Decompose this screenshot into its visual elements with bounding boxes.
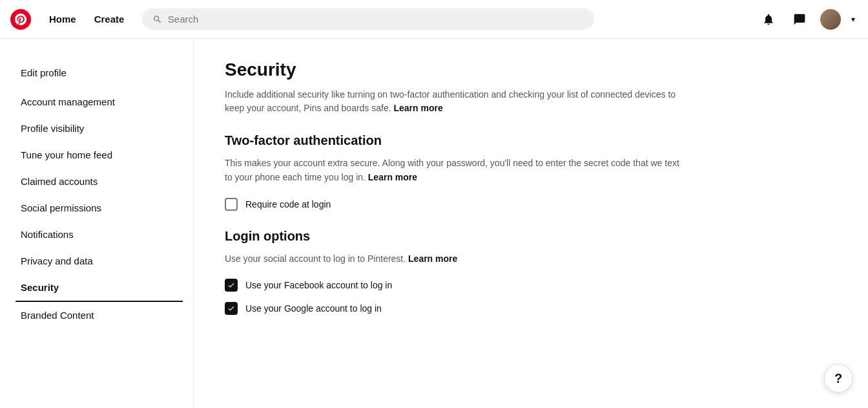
two-factor-desc-text: This makes your account extra secure. Al… (225, 158, 679, 182)
sidebar-item-notifications[interactable]: Notifications (16, 221, 183, 248)
notifications-icon-button[interactable] (756, 6, 781, 32)
two-factor-title: Two-factor authentication (225, 133, 679, 148)
sidebar-item-privacy-and-data[interactable]: Privacy and data (16, 248, 183, 274)
require-code-label: Require code at login (245, 199, 331, 209)
login-options-title: Login options (225, 229, 679, 244)
two-factor-section: Two-factor authentication This makes you… (225, 133, 679, 211)
facebook-login-label: Use your Facebook account to log in (245, 280, 392, 290)
chat-icon (793, 13, 806, 26)
sidebar-item-edit-profile[interactable]: Edit profile (16, 59, 183, 86)
home-nav-link[interactable]: Home (41, 8, 84, 30)
login-options-section: Login options Use your social account to… (225, 229, 679, 315)
require-code-row[interactable]: Require code at login (225, 198, 679, 211)
facebook-login-checkbox[interactable] (225, 279, 238, 292)
login-options-learn-more[interactable]: Learn more (408, 253, 457, 264)
main-layout: Edit profile Account management Profile … (0, 39, 868, 408)
two-factor-description: This makes your account extra secure. Al… (225, 156, 679, 185)
user-avatar (820, 9, 841, 30)
avatar-button[interactable] (818, 6, 843, 32)
google-login-row[interactable]: Use your Google account to log in (225, 302, 679, 315)
google-login-checkbox[interactable] (225, 302, 238, 315)
description-text: Include additional security like turning… (225, 89, 676, 113)
facebook-login-row[interactable]: Use your Facebook account to log in (225, 279, 679, 292)
login-options-desc-text: Use your social account to log in to Pin… (225, 253, 406, 264)
sidebar-item-social-permissions[interactable]: Social permissions (16, 195, 183, 221)
sidebar: Edit profile Account management Profile … (0, 39, 194, 408)
google-login-label: Use your Google account to log in (245, 303, 382, 314)
header: Home Create ▾ (0, 0, 868, 39)
messages-icon-button[interactable] (787, 6, 812, 32)
page-title: Security (225, 59, 679, 80)
page-description: Include additional security like turning… (225, 88, 679, 115)
login-options-description: Use your social account to log in to Pin… (225, 252, 679, 266)
description-learn-more-link[interactable]: Learn more (394, 103, 443, 113)
bell-icon (762, 13, 775, 26)
search-input[interactable] (168, 14, 584, 25)
help-button[interactable]: ? (824, 364, 852, 392)
require-code-checkbox[interactable] (225, 198, 238, 211)
sidebar-item-profile-visibility[interactable]: Profile visibility (16, 115, 183, 142)
header-actions: ▾ (756, 6, 858, 32)
sidebar-item-security[interactable]: Security (16, 274, 183, 302)
search-icon (152, 14, 162, 25)
main-nav: Home Create (41, 8, 132, 30)
sidebar-item-branded-content[interactable]: Branded Content (16, 302, 183, 328)
search-bar[interactable] (142, 8, 594, 30)
sidebar-item-account-management[interactable]: Account management (16, 89, 183, 115)
two-factor-learn-more[interactable]: Learn more (368, 172, 417, 182)
sidebar-item-tune-home-feed[interactable]: Tune your home feed (16, 142, 183, 168)
pinterest-logo[interactable] (10, 9, 31, 30)
sidebar-item-claimed-accounts[interactable]: Claimed accounts (16, 168, 183, 195)
account-chevron[interactable]: ▾ (849, 12, 858, 27)
main-content: Security Include additional security lik… (194, 39, 710, 408)
create-nav-link[interactable]: Create (87, 8, 132, 30)
